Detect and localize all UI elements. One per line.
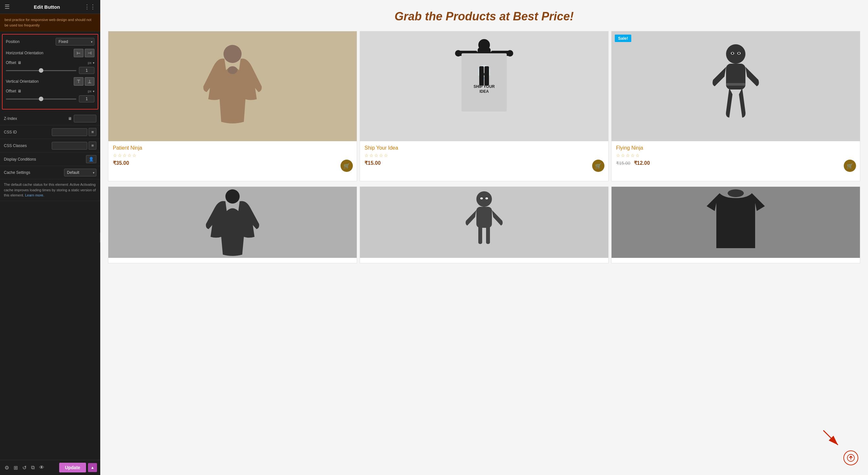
product-info-3: Flying Ninja ☆☆☆☆☆ ₹15.00 ₹12.00 🛒: [612, 141, 860, 176]
back-to-top-button[interactable]: [843, 450, 858, 465]
products-grid-row2: [100, 185, 868, 265]
display-conditions-row: Display Conditions 👤: [0, 152, 100, 166]
svg-point-21: [225, 189, 240, 204]
svg-text:IDEA: IDEA: [479, 89, 489, 94]
monitor-icon-z: 🖥: [68, 116, 72, 121]
svg-point-7: [507, 50, 513, 57]
grid-icon[interactable]: ⋮⋮: [84, 3, 96, 10]
v-offset-slider-row: 1: [6, 95, 94, 102]
warning-text: best practice for responsive web design …: [4, 18, 91, 27]
product-card-3: Sale!: [611, 31, 860, 181]
sidebar-title: Edit Button: [34, 4, 60, 10]
cache-learn-more-link[interactable]: Learn more.: [25, 193, 44, 197]
position-select[interactable]: Default Fixed Absolute Sticky: [56, 38, 94, 45]
sidebar: ☰ Edit Button ⋮⋮ best practice for respo…: [0, 0, 100, 475]
vertical-orientation-label: Vertical Orientation: [6, 79, 74, 84]
product-card-2: 💀 SHIP YOUR IDEA Ship Your Idea ☆☆☆☆☆ ₹1…: [360, 31, 609, 181]
ninja-svg: [703, 41, 768, 132]
add-to-cart-btn-2[interactable]: 🛒: [592, 160, 604, 172]
horizontal-left-btn[interactable]: ⊢: [74, 49, 84, 57]
add-to-cart-btn-1[interactable]: 🛒: [341, 160, 353, 172]
hamburger-icon[interactable]: ☰: [4, 3, 10, 10]
layers-icon-btn[interactable]: ⊞: [12, 463, 19, 472]
cache-select[interactable]: Default Enabled Disabled: [64, 169, 96, 176]
h-offset-row: Offset 🖥 px ▾: [6, 60, 94, 65]
product-image-3: Sale!: [612, 31, 860, 141]
product-price-2: ₹15.00: [365, 160, 604, 166]
sidebar-footer: ⚙ ⊞ ↺ ⧉ 👁 Update ▲: [0, 460, 100, 475]
monitor-icon-h: 🖥: [18, 60, 21, 65]
v-offset-label: Offset 🖥: [6, 89, 88, 93]
product-name-2: Ship Your Idea: [365, 145, 604, 151]
css-id-icon-btn[interactable]: ≡: [89, 128, 96, 136]
product-image-6: [612, 187, 860, 258]
zindex-input[interactable]: [74, 115, 96, 123]
css-classes-row: CSS Classes ≡: [0, 139, 100, 152]
svg-text:💀: 💀: [476, 64, 492, 80]
horizontal-right-btn[interactable]: ⊣: [85, 49, 94, 57]
h-offset-label: Offset 🖥: [6, 60, 88, 65]
main-content: Grab the Products at Best Price!: [100, 0, 868, 475]
product-price-wrap-3: ₹15.00 ₹12.00: [616, 160, 856, 166]
svg-rect-26: [478, 226, 482, 244]
add-to-cart-btn-3[interactable]: 🛒: [844, 160, 856, 172]
product-card-4: [108, 186, 357, 263]
svg-point-0: [223, 45, 242, 63]
product-price-original-3: ₹15.00: [616, 161, 630, 166]
product-name-1: Patient Ninja: [113, 145, 352, 151]
svg-rect-12: [479, 66, 484, 86]
v-offset-unit-dropdown[interactable]: ▾: [93, 90, 94, 93]
product-image-1: [108, 31, 357, 141]
display-conditions-btn[interactable]: 👤: [86, 155, 96, 163]
eye-icon-btn[interactable]: 👁: [38, 463, 45, 472]
product-stars-3: ☆☆☆☆☆: [616, 153, 856, 158]
product-info-1: Patient Ninja ☆☆☆☆☆ ₹35.00 🛒: [108, 141, 357, 176]
css-id-row: CSS ID ≡: [0, 125, 100, 139]
position-label: Position: [6, 39, 56, 44]
svg-point-18: [738, 52, 740, 54]
svg-point-22: [476, 191, 492, 207]
offset-text-h: Offset: [6, 60, 16, 65]
collapse-handle[interactable]: ‹: [100, 233, 100, 242]
position-section: Position Default Fixed Absolute Sticky ▾…: [2, 34, 98, 109]
product-price-1: ₹35.00: [113, 160, 352, 166]
css-classes-input[interactable]: [52, 142, 87, 149]
cache-note: The default cache status for this elemen…: [0, 179, 100, 201]
product-card-6: [611, 186, 860, 263]
v-offset-number[interactable]: 1: [79, 95, 94, 102]
h-offset-unit-dropdown[interactable]: ▾: [93, 61, 94, 65]
vertical-bottom-btn[interactable]: ⊥: [85, 77, 94, 86]
h-offset-unit: px: [88, 61, 92, 65]
svg-point-1: [228, 66, 237, 74]
vertical-top-btn[interactable]: ⊤: [74, 77, 84, 86]
v-offset-row: Offset 🖥 px ▾: [6, 89, 94, 93]
monitor-icon-v: 🖥: [18, 89, 21, 93]
css-id-label: CSS ID: [4, 130, 52, 134]
position-dropdown-wrapper: Default Fixed Absolute Sticky ▾: [56, 38, 94, 45]
svg-point-17: [732, 52, 734, 54]
v-offset-slider[interactable]: [6, 99, 76, 100]
cache-row: Cache Settings Default Enabled Disabled …: [0, 166, 100, 179]
copy-icon-btn[interactable]: ⧉: [30, 463, 36, 472]
svg-rect-20: [726, 83, 745, 86]
svg-rect-8: [462, 53, 507, 111]
h-offset-slider[interactable]: [6, 70, 76, 71]
svg-rect-25: [476, 207, 492, 228]
vertical-orientation-control: ⊤ ⊥: [74, 77, 94, 86]
warning-box: best practice for responsive web design …: [0, 14, 100, 31]
svg-point-23: [480, 197, 483, 199]
css-id-input[interactable]: [52, 128, 87, 136]
position-control: Default Fixed Absolute Sticky ▾: [56, 38, 94, 45]
position-row: Position Default Fixed Absolute Sticky ▾: [6, 38, 94, 45]
settings-icon-btn[interactable]: ⚙: [3, 463, 10, 472]
product-info-2: Ship Your Idea ☆☆☆☆☆ ₹15.00 🛒: [360, 141, 608, 176]
h-offset-number[interactable]: 1: [79, 67, 94, 74]
sidebar-header: ☰ Edit Button ⋮⋮: [0, 0, 100, 14]
chevron-up-button[interactable]: ▲: [88, 463, 97, 472]
update-button[interactable]: Update: [59, 463, 86, 472]
horizontal-orientation-control: ⊢ ⊣: [74, 49, 94, 57]
css-classes-icon-btn[interactable]: ≡: [89, 141, 96, 149]
product-stars-2: ☆☆☆☆☆: [365, 153, 604, 158]
history-icon-btn[interactable]: ↺: [21, 463, 28, 472]
display-conditions-label: Display Conditions: [4, 157, 86, 162]
